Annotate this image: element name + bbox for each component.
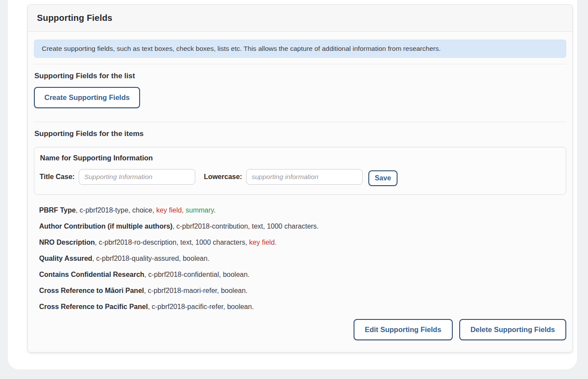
card-body: Create supporting fields, such as text b… bbox=[28, 32, 572, 352]
delete-supporting-fields-button[interactable]: Delete Supporting Fields bbox=[459, 319, 566, 340]
list-section-heading: Supporting Fields for the list bbox=[34, 72, 566, 80]
lowercase-input[interactable] bbox=[246, 169, 363, 185]
title-case-input[interactable] bbox=[79, 169, 195, 185]
divider bbox=[34, 64, 566, 64]
field-item: Cross Reference to Māori Panel, c-pbrf20… bbox=[39, 286, 566, 295]
field-item: Cross Reference to Pacific Panel, c-pbrf… bbox=[39, 303, 566, 311]
field-item: Author Contribution (if multiple authors… bbox=[39, 222, 566, 231]
items-section-heading: Supporting Fields for the items bbox=[34, 130, 566, 138]
info-banner: Create supporting fields, such as text b… bbox=[34, 40, 566, 58]
save-button-wrap: Save bbox=[368, 170, 398, 186]
field-item: Contains Confidential Research, c-pbrf20… bbox=[39, 270, 566, 279]
divider bbox=[34, 122, 566, 122]
card-header: Supporting Fields bbox=[28, 5, 572, 32]
field-item: PBRF Type, c-pbrf2018-type, choice, key … bbox=[39, 206, 566, 215]
name-box-title: Name for Supporting Information bbox=[40, 154, 561, 162]
create-supporting-fields-button[interactable]: Create Supporting Fields bbox=[34, 87, 140, 108]
name-form-row: Title Case: Lowercase: Save bbox=[40, 169, 561, 185]
edit-supporting-fields-button[interactable]: Edit Supporting Fields bbox=[354, 319, 453, 340]
field-item: NRO Description, c-pbrf2018-ro-descripti… bbox=[39, 238, 566, 247]
page-title: Supporting Fields bbox=[37, 13, 563, 23]
supporting-fields-card: Supporting Fields Create supporting fiel… bbox=[27, 4, 573, 352]
save-button[interactable]: Save bbox=[368, 170, 398, 186]
field-list: PBRF Type, c-pbrf2018-type, choice, key … bbox=[39, 206, 566, 311]
title-case-label: Title Case: bbox=[40, 173, 75, 181]
actions-row: Edit Supporting Fields Delete Supporting… bbox=[34, 319, 566, 346]
field-item: Quality Assured, c-pbrf2018-quality-assu… bbox=[39, 254, 566, 263]
content-panel: Supporting Fields Create supporting fiel… bbox=[8, 0, 577, 369]
page-background: Supporting Fields Create supporting fiel… bbox=[0, 0, 588, 379]
name-for-supporting-information-box: Name for Supporting Information Title Ca… bbox=[34, 147, 566, 195]
lowercase-label: Lowercase: bbox=[204, 173, 242, 181]
